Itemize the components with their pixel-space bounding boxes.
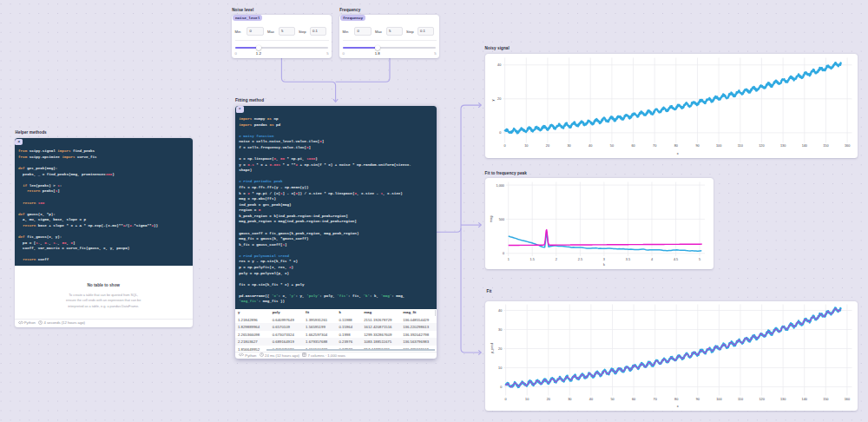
svg-text:110: 110 — [738, 398, 743, 401]
svg-text:0: 0 — [500, 386, 502, 389]
svg-text:40: 40 — [589, 398, 593, 401]
svg-text:x: x — [677, 404, 679, 408]
svg-text:50: 50 — [610, 398, 614, 401]
svg-text:150: 150 — [823, 398, 828, 401]
svg-text:130: 130 — [780, 398, 786, 401]
svg-text:90: 90 — [696, 398, 700, 401]
svg-text:30: 30 — [568, 398, 571, 401]
svg-text:10: 10 — [525, 398, 529, 401]
svg-text:120: 120 — [759, 398, 764, 401]
svg-text:0: 0 — [505, 398, 507, 401]
svg-text:20: 20 — [498, 347, 502, 351]
svg-text:160: 160 — [845, 398, 850, 401]
svg-text:20: 20 — [547, 398, 550, 401]
svg-text:10: 10 — [498, 366, 502, 370]
svg-text:70: 70 — [654, 398, 657, 401]
svg-text:60: 60 — [632, 398, 635, 401]
svg-text:y_pred: y_pred — [490, 343, 494, 353]
svg-text:100: 100 — [716, 398, 721, 401]
svg-text:140: 140 — [802, 398, 807, 401]
svg-text:80: 80 — [674, 398, 678, 401]
svg-text:40: 40 — [498, 309, 502, 313]
svg-text:30: 30 — [498, 328, 502, 332]
